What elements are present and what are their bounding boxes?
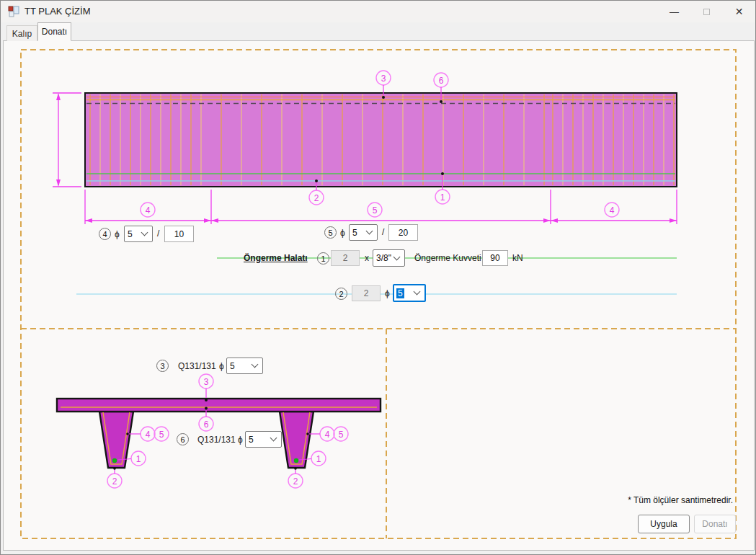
wire-count-input[interactable] [352, 285, 381, 301]
apply-button[interactable]: Uygula [638, 515, 690, 533]
maximize-button[interactable] [690, 1, 723, 22]
top-mesh-diameter-select[interactable]: 5 [226, 358, 263, 374]
chevron-down-icon [270, 435, 277, 442]
strand-size-value: 3/8" [376, 253, 391, 263]
marker-1-control: 1 [317, 252, 329, 265]
prestress-force-label: Öngerme Kuvveti : [414, 253, 486, 263]
chevron-down-icon [366, 228, 373, 235]
slash-separator: / [157, 228, 159, 239]
phi-symbol: ϕ [219, 361, 224, 371]
strand-row-title: Öngerme Halatı [244, 253, 308, 263]
title-bar: TT PLAK ÇİZİM — ✕ [1, 1, 755, 22]
stirrup5-diameter-value: 5 [352, 228, 357, 238]
phi-symbol: ϕ [340, 228, 345, 238]
chevron-down-icon [252, 361, 259, 368]
bottom-mesh-diameter-select[interactable]: 5 [245, 431, 282, 448]
chevron-down-icon [141, 229, 148, 236]
phi-symbol: ϕ [385, 288, 390, 298]
wire-diameter-value: 5 [396, 288, 404, 298]
marker-5-control: 5 [324, 226, 337, 239]
tab-kalip[interactable]: Kalıp [6, 25, 37, 41]
prestress-force-input[interactable] [482, 250, 508, 266]
app-window: TT PLAK ÇİZİM — ✕ Kalıp Donatı [0, 0, 756, 555]
marker-2-control: 2 [335, 288, 347, 300]
wire-diameter-select[interactable]: 5 [393, 284, 426, 302]
slash-separator: / [382, 227, 384, 237]
marker-3-control: 3 [156, 360, 169, 372]
top-mesh-label: Q131/131 [178, 361, 216, 371]
app-icon [8, 6, 19, 17]
stirrup4-diameter-value: 5 [128, 229, 133, 239]
marker-6-control: 6 [177, 433, 189, 445]
chevron-down-icon [393, 253, 401, 260]
stirrup4-diameter-select[interactable]: 5 [124, 226, 153, 242]
units-note: * Tüm ölçüler santimetredir. [606, 495, 733, 505]
tab-donati[interactable]: Donatı [37, 22, 71, 41]
marker-4-control: 4 [99, 228, 111, 240]
chevron-down-icon [414, 288, 421, 296]
stirrup4-spacing-input[interactable] [164, 226, 194, 242]
bottom-mesh-label: Q131/131 [197, 435, 236, 445]
maximize-icon [703, 9, 710, 15]
force-unit-label: kN [512, 253, 523, 263]
top-mesh-diameter-value: 5 [230, 361, 235, 371]
times-label: x [365, 253, 369, 263]
donati-button[interactable]: Donatı [694, 515, 736, 533]
phi-symbol: ϕ [238, 435, 243, 445]
phi-symbol: ϕ [115, 229, 120, 239]
stirrup5-diameter-select[interactable]: 5 [349, 224, 378, 241]
strand-size-select[interactable]: 3/8" [373, 249, 405, 267]
strand-count-input[interactable] [331, 250, 360, 266]
bottom-mesh-diameter-value: 5 [249, 435, 254, 445]
minimize-button[interactable]: — [658, 1, 690, 22]
close-button[interactable]: ✕ [723, 1, 755, 22]
window-title: TT PLAK ÇİZİM [25, 6, 91, 17]
stirrup5-spacing-input[interactable] [388, 224, 418, 241]
